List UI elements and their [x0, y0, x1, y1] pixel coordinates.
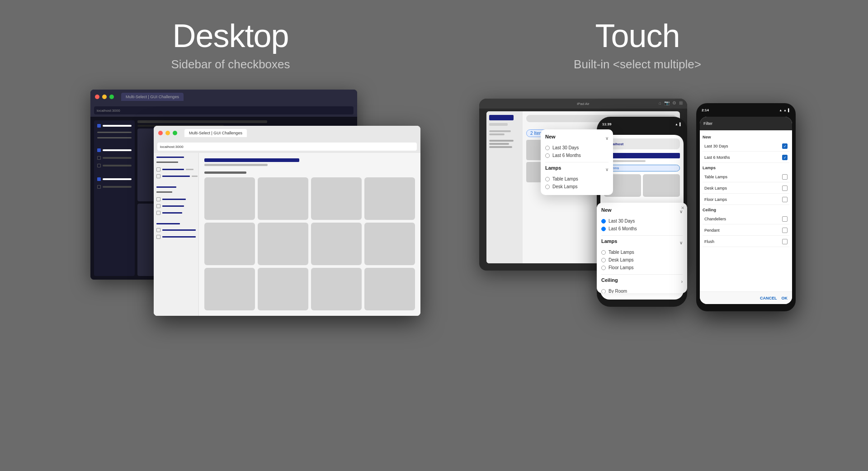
iphone-popup-radio-floor[interactable]: [601, 266, 606, 270]
iphone-popup-ceiling-header[interactable]: Ceiling ›: [601, 277, 683, 285]
popover-group-new-header: New ∨: [545, 134, 609, 142]
cf-subtitle-line: [204, 164, 268, 166]
iphone-popup-item-desk[interactable]: Desk Lamps: [601, 256, 683, 264]
iphone-popup-radio-desk[interactable]: [601, 258, 606, 262]
browser-back-tab[interactable]: Multi-Select | GUI Challenges: [121, 93, 184, 101]
android-item-last6[interactable]: Last 6 Months: [703, 152, 789, 163]
sf-item-6: [156, 228, 196, 232]
popup-close-button[interactable]: ✕: [681, 205, 684, 210]
sf-checkbox-6[interactable]: [156, 228, 160, 232]
android-header: Filter: [700, 117, 792, 130]
browser-front-tab-label: Multi-Select | GUI Challenges: [189, 131, 242, 135]
iphone-popup-radio-byroom[interactable]: [601, 289, 606, 294]
android-item-floor[interactable]: Floor Lamps: [703, 195, 789, 205]
popover-radio-table[interactable]: [545, 177, 550, 181]
ipad-sidebar-line-1: [489, 130, 511, 132]
popover-radio-desk[interactable]: [545, 185, 550, 189]
android-item-desk[interactable]: Desk Lamps: [703, 183, 789, 194]
android-checkbox-pendant[interactable]: [782, 228, 788, 233]
sidebar-back-checkbox-7[interactable]: [97, 177, 101, 181]
sidebar-back-line-6: [103, 165, 132, 167]
desktop-subtitle: Sidebar of checkboxes: [171, 57, 290, 71]
sf-group-ceiling: [156, 223, 180, 224]
popover-item-last30[interactable]: Last 30 Days: [545, 144, 609, 152]
iphone-popup-lamps-title: Lamps: [601, 238, 617, 244]
sf-checkbox-2[interactable]: [156, 174, 160, 178]
android-cancel-button[interactable]: CANCEL: [760, 296, 777, 300]
grid-cell-front-12: [364, 268, 415, 310]
browser-front-urlbar[interactable]: localhost:3000: [157, 143, 417, 151]
sf-item-5: [156, 211, 196, 215]
browser-front-titlebar: Multi-Select | GUI Challenges: [154, 126, 420, 140]
android-item-pendant[interactable]: Pendant: [703, 225, 789, 236]
iphone-popup-radio-table[interactable]: [601, 250, 606, 255]
sidebar-back-checkbox-5[interactable]: [97, 156, 101, 160]
grid-cell-front-5: [204, 223, 255, 265]
android-item-last30[interactable]: Last 30 Days: [703, 141, 789, 152]
wifi-icon: ▲: [675, 123, 678, 126]
iphone-page-title: [604, 153, 680, 158]
browser-front-tl-yellow[interactable]: [165, 131, 170, 135]
android-checkbox-desk[interactable]: [782, 186, 788, 191]
iphone-popup-item-last30[interactable]: Last 30 Days: [601, 217, 683, 225]
iphone-popup-item-floor[interactable]: Floor Lamps: [601, 264, 683, 271]
iphone-popup-radio-last6[interactable]: [601, 227, 606, 231]
browser-front-tab[interactable]: Multi-Select | GUI Challenges: [184, 129, 247, 137]
sf-item-7: [156, 235, 196, 239]
sidebar-back-checkbox-4[interactable]: [97, 148, 101, 152]
android-checkbox-table[interactable]: [782, 174, 788, 180]
browser-back-urlbar[interactable]: localhost:3000: [94, 106, 354, 114]
popover-radio-last6[interactable]: [545, 153, 550, 158]
popover-item-desk[interactable]: Desk Lamps: [545, 183, 609, 190]
sidebar-back-line-5: [103, 157, 132, 159]
traffic-light-red[interactable]: [95, 95, 99, 99]
sf-item-4: [156, 204, 196, 208]
ipad-sidebar-sub: [489, 123, 508, 126]
ipad-sidebar-line-3: [489, 140, 514, 142]
iphone-search-bar[interactable]: localhost: [604, 138, 680, 149]
android-checkbox-last6[interactable]: [782, 155, 788, 160]
iphone-popup-label-floor: Floor Lamps: [609, 265, 634, 270]
sidebar-back-checkbox-8[interactable]: [97, 185, 101, 189]
browser-front-tl-red[interactable]: [158, 131, 163, 135]
iphone-popup-item-table[interactable]: Table Lamps: [601, 248, 683, 256]
sidebar-back-item-4: [96, 147, 133, 153]
desktop-mockup: Multi-Select | GUI Challenges localhost:…: [90, 90, 371, 307]
sf-checkbox-3[interactable]: [156, 197, 160, 201]
iphone-popup-radio-last30[interactable]: [601, 219, 606, 224]
android-checkbox-chandeliers[interactable]: [782, 216, 788, 222]
android-checkbox-flush[interactable]: [782, 239, 788, 244]
sidebar-back-line-8: [103, 186, 132, 188]
sf-checkbox-1[interactable]: [156, 167, 160, 171]
android-checkbox-floor[interactable]: [782, 197, 788, 202]
android-item-table[interactable]: Table Lamps: [703, 172, 789, 182]
grid-cell-front-8: [364, 223, 415, 265]
ipad-icon-home: ⌂: [659, 100, 661, 105]
android-screen: Filter New Last 30 Days Last 6 Months: [700, 117, 792, 304]
sf-checkbox-7[interactable]: [156, 235, 160, 239]
popover-item-last6[interactable]: Last 6 Months: [545, 152, 609, 159]
ipad-sidebar-line-5: [489, 146, 512, 148]
android-item-chandeliers[interactable]: Chandeliers: [703, 214, 789, 224]
sf-checkbox-5[interactable]: [156, 211, 160, 215]
android-item-flush[interactable]: Flush: [703, 237, 789, 247]
touch-subtitle: Built-in <select multiple>: [574, 57, 701, 71]
iphone-popup-item-last6[interactable]: Last 6 Months: [601, 225, 683, 233]
popover-radio-last30[interactable]: [545, 146, 550, 150]
sidebar-back-checkbox-1[interactable]: [97, 124, 101, 128]
browser-front: Multi-Select | GUI Challenges localhost:…: [154, 126, 420, 316]
android-ok-button[interactable]: OK: [782, 296, 788, 300]
popover-item-table[interactable]: Table Lamps: [545, 175, 609, 183]
sf-line-4: [162, 205, 184, 207]
sf-line-5: [162, 212, 182, 214]
traffic-light-yellow[interactable]: [102, 95, 107, 99]
sidebar-back-checkbox-6[interactable]: [97, 164, 101, 167]
browser-front-tl-green[interactable]: [173, 131, 177, 135]
traffic-light-green[interactable]: [109, 95, 114, 99]
iphone-popup-item-byroom[interactable]: By Room: [601, 287, 683, 293]
sf-checkbox-4[interactable]: [156, 204, 160, 208]
popover-new-title: New: [545, 134, 556, 139]
iphone-items-badge[interactable]: 3 Items: [604, 165, 680, 171]
grid-front: [204, 177, 415, 310]
android-checkbox-last30[interactable]: [782, 143, 788, 149]
